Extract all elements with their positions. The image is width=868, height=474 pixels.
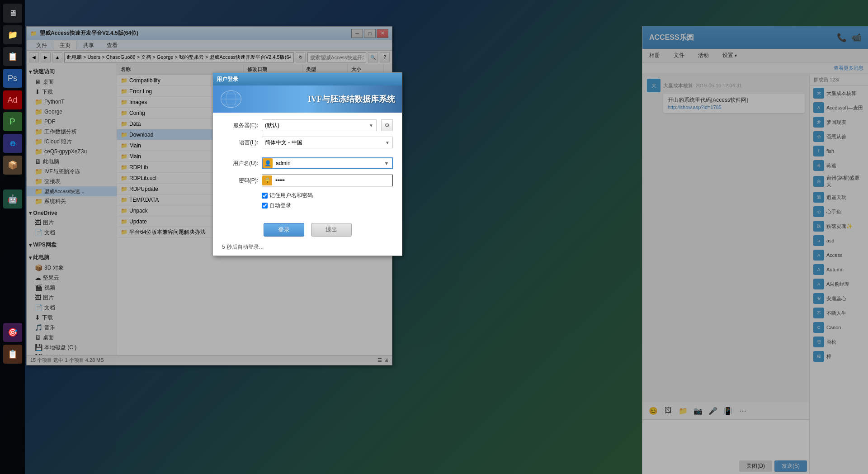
form-row-server: 服务器(E): (默认) ▼ ⚙ [222, 119, 393, 131]
taskbar-icon-app2[interactable]: 📦 [3, 156, 22, 175]
dialog-footer: 登录 退出 [213, 218, 402, 241]
dialog-body: IVF与胚冻结数据库系统 服务器(E): (默认) ▼ ⚙ 语言(L): 简体中… [213, 85, 402, 256]
remember-checkbox[interactable] [262, 193, 268, 199]
language-select[interactable]: 简体中文 - 中国 ▼ [262, 137, 393, 148]
taskbar-icon-adobe[interactable]: Ad [3, 90, 22, 109]
taskbar-icon-app3[interactable]: 🤖 [3, 190, 22, 209]
server-label: 服务器(E): [222, 122, 258, 129]
server-value: (默认) [265, 122, 279, 129]
dialog-form: 服务器(E): (默认) ▼ ⚙ 语言(L): 简体中文 - 中国 ▼ 用户名(… [213, 113, 402, 218]
autologin-row: 自动登录 [222, 202, 393, 209]
login-dialog: 用户登录 IVF与胚冻结数据库系统 服务器(E): (默认) ▼ ⚙ [212, 72, 402, 256]
banner-system-name: IVF与胚冻结数据库系统 [308, 94, 395, 104]
server-select[interactable]: (默认) ▼ [262, 119, 377, 131]
remember-row: 记住用户名和密码 [222, 192, 393, 199]
taskbar-icon-app1[interactable]: 🌐 [3, 134, 22, 153]
form-divider [222, 154, 393, 157]
username-label: 用户名(U): [222, 160, 258, 167]
remember-label: 记住用户名和密码 [269, 192, 313, 199]
dialog-title: 用户登录 [217, 76, 238, 83]
server-config-button[interactable]: ⚙ [381, 119, 393, 131]
form-row-password: 密码(P): 🔒 [222, 175, 393, 186]
dialog-titlebar: 用户登录 [213, 73, 402, 85]
password-input-wrapper: 🔒 [262, 175, 393, 186]
password-input[interactable] [273, 175, 392, 186]
taskbar-icon-app4[interactable]: 🎯 [3, 323, 22, 342]
user-icon: 👤 [263, 158, 273, 168]
language-label: 语言(L): [222, 139, 258, 147]
taskbar-icon-ps2[interactable]: P [3, 112, 22, 131]
taskbar-icon-clipboard[interactable]: 📋 [3, 47, 22, 66]
autologin-label: 自动登录 [269, 202, 291, 209]
login-button[interactable]: 登录 [264, 223, 304, 237]
lock-icon: 🔒 [262, 175, 272, 185]
dialog-banner: IVF与胚冻结数据库系统 [213, 85, 402, 113]
username-dropdown-button[interactable]: ▼ [381, 158, 392, 169]
language-value: 简体中文 - 中国 [265, 139, 302, 147]
exit-button[interactable]: 退出 [311, 223, 352, 237]
language-dropdown-arrow: ▼ [385, 140, 390, 145]
taskbar-left: 🖥 📁 📋 Ps Ad P 🌐 📦 🤖 🎯 📋 [0, 0, 25, 474]
password-label: 密码(P): [222, 177, 258, 185]
taskbar-icon-app5[interactable]: 📋 [3, 345, 22, 364]
auto-login-countdown: 5 秒后自动登录... [213, 241, 402, 256]
server-dropdown-arrow: ▼ [369, 123, 373, 128]
dialog-overlay [0, 0, 868, 474]
globe-icon [217, 88, 245, 110]
autologin-checkbox[interactable] [262, 203, 268, 209]
username-input[interactable] [274, 158, 381, 169]
taskbar-icon-photoshop[interactable]: Ps [3, 69, 22, 88]
form-row-language: 语言(L): 简体中文 - 中国 ▼ [222, 137, 393, 148]
taskbar-icon-computer[interactable]: 🖥 [3, 4, 22, 23]
username-input-wrapper: 👤 ▼ [262, 157, 393, 169]
taskbar-icon-folder[interactable]: 📁 [3, 25, 22, 44]
form-row-username: 用户名(U): 👤 ▼ [222, 157, 393, 169]
